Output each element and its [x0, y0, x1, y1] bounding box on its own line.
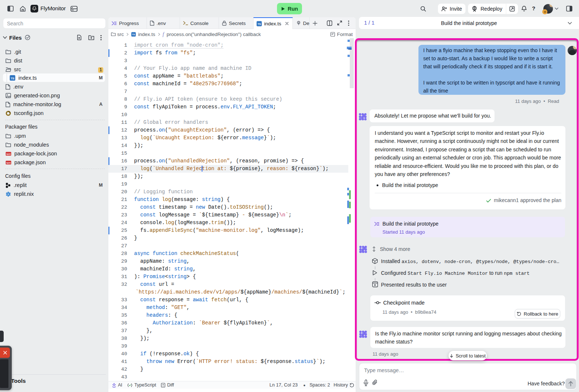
svg-text:npm: npm [6, 153, 11, 155]
svg-text:npm: npm [6, 162, 11, 164]
svg-text:TS: TS [11, 77, 14, 80]
svg-text:TS: TS [258, 22, 261, 25]
svg-text:TS: TS [132, 33, 135, 36]
